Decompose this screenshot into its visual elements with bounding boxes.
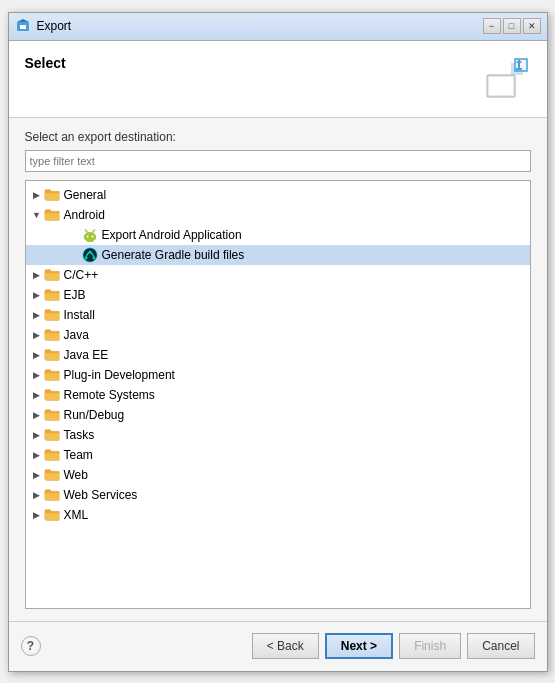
tree-item-tasks[interactable]: ▶ Tasks	[26, 425, 530, 445]
svg-point-13	[91, 235, 93, 237]
tree-item-label-tasks: Tasks	[64, 428, 95, 442]
tree-item-label-export-android: Export Android Application	[102, 228, 242, 242]
tree-item-label-generate-gradle: Generate Gradle build files	[102, 248, 245, 262]
window-controls: − □ ✕	[483, 18, 541, 34]
expand-icon-cpp: ▶	[30, 268, 44, 282]
filter-input[interactable]	[25, 150, 531, 172]
tree-item-generate-gradle[interactable]: ▶ Generate Gradle build files	[26, 245, 530, 265]
expand-icon-tasks: ▶	[30, 428, 44, 442]
cancel-button[interactable]: Cancel	[467, 633, 534, 659]
title-bar: Export − □ ✕	[9, 13, 547, 41]
filter-label: Select an export destination:	[25, 130, 531, 144]
tree-item-label-cpp: C/C++	[64, 268, 99, 282]
folder-icon-general	[44, 187, 60, 203]
folder-icon-java	[44, 327, 60, 343]
expand-icon-remote-systems: ▶	[30, 388, 44, 402]
tree-item-label-java-ee: Java EE	[64, 348, 109, 362]
tree-item-remote-systems[interactable]: ▶ Remote Systems	[26, 385, 530, 405]
tree-item-ejb[interactable]: ▶ EJB	[26, 285, 530, 305]
folder-icon-remote-systems	[44, 387, 60, 403]
tree-item-xml[interactable]: ▶ XML	[26, 505, 530, 525]
panel-title: Select	[25, 55, 66, 71]
panel-header: Select	[9, 41, 547, 118]
svg-rect-18	[87, 240, 89, 242]
svg-point-23	[92, 256, 95, 259]
folder-icon-java-ee	[44, 347, 60, 363]
export-icon	[483, 55, 531, 103]
tree-item-label-android: Android	[64, 208, 105, 222]
window-title: Export	[37, 19, 483, 33]
tree-item-export-android[interactable]: ▶ Export Android Appli	[26, 225, 530, 245]
svg-rect-19	[91, 240, 93, 242]
folder-icon-tasks	[44, 427, 60, 443]
svg-line-15	[93, 230, 95, 232]
svg-point-20	[83, 248, 97, 262]
export-dialog: Export − □ ✕ Select Select an export des…	[8, 12, 548, 672]
expand-icon-plugin-dev: ▶	[30, 368, 44, 382]
expand-icon-install: ▶	[30, 308, 44, 322]
folder-icon-web	[44, 467, 60, 483]
folder-icon-install	[44, 307, 60, 323]
folder-icon-plugin-dev	[44, 367, 60, 383]
tree-container: ▶ General ▼ Android	[25, 180, 531, 609]
tree-item-label-web-services: Web Services	[64, 488, 138, 502]
expand-icon-java-ee: ▶	[30, 348, 44, 362]
folder-icon-xml	[44, 507, 60, 523]
footer-left: ?	[21, 636, 252, 656]
tree-item-java-ee[interactable]: ▶ Java EE	[26, 345, 530, 365]
tree-item-cpp[interactable]: ▶ C/C++	[26, 265, 530, 285]
gradle-icon	[82, 247, 98, 263]
tree-item-label-general: General	[64, 188, 107, 202]
expand-icon-java: ▶	[30, 328, 44, 342]
svg-rect-17	[94, 235, 96, 239]
tree-item-label-team: Team	[64, 448, 93, 462]
tree-item-team[interactable]: ▶ Team	[26, 445, 530, 465]
tree-item-install[interactable]: ▶ Install	[26, 305, 530, 325]
tree-item-java[interactable]: ▶ Java	[26, 325, 530, 345]
tree-item-web-services[interactable]: ▶ Web Services	[26, 485, 530, 505]
tree-item-run-debug[interactable]: ▶ Run/Debug	[26, 405, 530, 425]
close-button[interactable]: ✕	[523, 18, 541, 34]
svg-point-22	[84, 256, 87, 259]
folder-icon-run-debug	[44, 407, 60, 423]
dialog-footer: ? < Back Next > Finish Cancel	[9, 621, 547, 671]
tree-item-label-remote-systems: Remote Systems	[64, 388, 155, 402]
tree-item-android[interactable]: ▼ Android	[26, 205, 530, 225]
expand-icon-team: ▶	[30, 448, 44, 462]
tree-item-web[interactable]: ▶ Web	[26, 465, 530, 485]
svg-point-21	[88, 250, 91, 253]
footer-buttons: < Back Next > Finish Cancel	[252, 633, 535, 659]
svg-rect-4	[489, 77, 513, 95]
tree-item-label-run-debug: Run/Debug	[64, 408, 125, 422]
expand-icon-run-debug: ▶	[30, 408, 44, 422]
expand-icon-android: ▼	[30, 208, 44, 222]
folder-icon-ejb	[44, 287, 60, 303]
tree-item-label-xml: XML	[64, 508, 89, 522]
help-button[interactable]: ?	[21, 636, 41, 656]
tree-item-plugin-dev[interactable]: ▶ Plug-in Development	[26, 365, 530, 385]
minimize-button[interactable]: −	[483, 18, 501, 34]
finish-button[interactable]: Finish	[399, 633, 461, 659]
android-app-icon	[82, 227, 98, 243]
folder-icon-cpp	[44, 267, 60, 283]
tree-item-label-plugin-dev: Plug-in Development	[64, 368, 175, 382]
tree-item-general[interactable]: ▶ General	[26, 185, 530, 205]
maximize-button[interactable]: □	[503, 18, 521, 34]
tree-item-label-ejb: EJB	[64, 288, 86, 302]
expand-icon-xml: ▶	[30, 508, 44, 522]
expand-icon-web: ▶	[30, 468, 44, 482]
back-button[interactable]: < Back	[252, 633, 319, 659]
tree-item-label-install: Install	[64, 308, 95, 322]
svg-marker-1	[17, 19, 29, 22]
next-button[interactable]: Next >	[325, 633, 393, 659]
svg-rect-2	[20, 25, 26, 29]
folder-icon-web-services	[44, 487, 60, 503]
folder-icon-android	[44, 207, 60, 223]
folder-icon-team	[44, 447, 60, 463]
svg-point-12	[86, 235, 88, 237]
expand-icon-ejb: ▶	[30, 288, 44, 302]
expand-icon-web-services: ▶	[30, 488, 44, 502]
svg-line-14	[85, 230, 87, 232]
tree-item-label-web: Web	[64, 468, 88, 482]
content-area: Select an export destination: ▶ General …	[9, 118, 547, 621]
